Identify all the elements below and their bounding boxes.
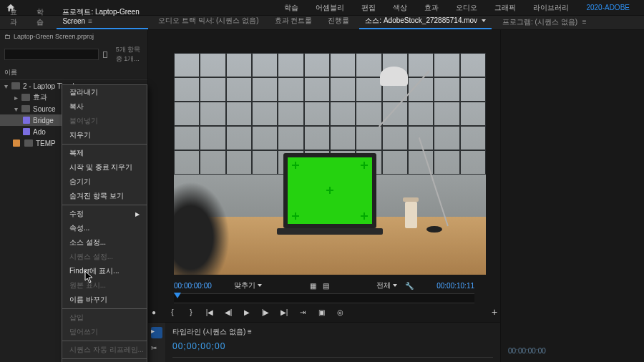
razor-tool-icon[interactable]: ✂ bbox=[151, 344, 162, 356]
mouse-cursor-icon bbox=[84, 270, 94, 283]
ctx-auto-reframe[interactable]: 시퀀스 자동 리프레임... bbox=[62, 343, 147, 357]
project-search-input[interactable] bbox=[4, 49, 99, 60]
ctx-insert[interactable]: 삽입 bbox=[62, 310, 147, 325]
ctx-clear[interactable]: 지우기 bbox=[62, 128, 147, 142]
panel-tab-audiomixer[interactable]: 오디오 트랙 믹서: (시퀀스 없음) bbox=[152, 14, 265, 29]
project-breadcrumb[interactable]: 🗀 Laptop-Green Screen.prproj bbox=[0, 30, 147, 43]
ctx-copy[interactable]: 복사 bbox=[62, 99, 147, 114]
ctx-properties[interactable]: 속성... bbox=[62, 221, 147, 235]
workspace-tab[interactable]: 색상 bbox=[384, 3, 416, 13]
add-marker-icon[interactable]: ● bbox=[148, 306, 160, 318]
program-timecode[interactable]: 00:00:00:00 bbox=[508, 347, 637, 355]
settings-icon[interactable]: ▤ bbox=[321, 280, 331, 290]
transport-controls: ● { } |◀ ◀| ▶ |▶ ▶| ⇥ ▣ ◎ + bbox=[148, 303, 500, 322]
source-duration-timecode[interactable]: 00:00:10:11 bbox=[421, 282, 474, 290]
workspace-tab[interactable]: 어셈블리 bbox=[307, 3, 353, 13]
ctx-rename[interactable]: 이름 바꾸기 bbox=[62, 293, 147, 307]
mark-out-icon[interactable]: } bbox=[185, 306, 197, 318]
label-chip-icon bbox=[13, 140, 20, 147]
step-back-icon[interactable]: ◀| bbox=[223, 306, 234, 318]
panel-tab-effects[interactable]: 효과 bbox=[4, 5, 26, 29]
context-menu: 잘라내기 복사 붙여넣기 지우기 복제 시작 및 종료 지우기 숨기기 숨겨진 … bbox=[62, 84, 147, 362]
source-in-timecode[interactable]: 00:00:00:00 bbox=[174, 282, 227, 290]
timeline-toolbar: ▸ ✂ bbox=[148, 323, 165, 362]
ctx-show-hidden[interactable]: 숨겨진 항목 보기 bbox=[62, 189, 147, 203]
timeline-panel[interactable]: 타임라인 (시퀀스 없음) ≡ 00;00;00;00 bbox=[165, 323, 500, 362]
wrench-icon[interactable]: 🔧 bbox=[404, 280, 414, 290]
ctx-duplicate[interactable]: 복제 bbox=[62, 146, 147, 160]
safe-margins-icon[interactable]: ▦ bbox=[308, 280, 318, 290]
panel-tab-learn[interactable]: 학습 bbox=[31, 5, 53, 29]
source-scrubber[interactable] bbox=[174, 293, 474, 303]
panel-tab-program[interactable]: 프로그램: (시퀀스 없음) ≡ bbox=[497, 15, 592, 29]
green-screen bbox=[288, 157, 373, 224]
timeline-title: 타임라인 (시퀀스 없음) bbox=[172, 328, 245, 336]
project-item-count: 5개 항목 중 1개... bbox=[116, 45, 143, 64]
ctx-reveal-original[interactable]: 원본 표시... bbox=[62, 278, 147, 293]
ctx-modify[interactable]: 수정▶ bbox=[62, 207, 147, 221]
ctx-cut[interactable]: 잘라내기 bbox=[62, 85, 147, 99]
workspace-tab[interactable]: 학습 bbox=[275, 3, 307, 13]
label-chip-icon bbox=[23, 128, 30, 135]
overwrite-icon[interactable]: ▣ bbox=[316, 306, 327, 318]
playhead-icon[interactable] bbox=[174, 293, 181, 298]
insert-icon[interactable]: ⇥ bbox=[297, 306, 308, 318]
workspace-accent[interactable]: 2020-ADOBE bbox=[577, 4, 638, 11]
button-editor-icon[interactable]: + bbox=[489, 306, 500, 318]
program-panel: 00:00:00:00 bbox=[501, 30, 644, 362]
mark-in-icon[interactable]: { bbox=[167, 306, 178, 318]
ctx-source-settings[interactable]: 소스 설정... bbox=[62, 235, 147, 250]
panel-tab-source[interactable]: 소스: AdobeStock_272885714.mov bbox=[359, 14, 492, 29]
go-to-out-icon[interactable]: ▶| bbox=[278, 306, 290, 318]
workspace-tab[interactable]: 편집 bbox=[353, 3, 384, 13]
panel-tab-project[interactable]: 프로젝트: Laptop-Green Screen≡ bbox=[57, 5, 148, 29]
ctx-reveal-finder[interactable]: Finder에 표시... bbox=[62, 264, 147, 278]
workspace-tab[interactable]: 라이브러리 bbox=[525, 3, 577, 13]
workspace-tab[interactable]: 그래픽 bbox=[486, 3, 525, 13]
ctx-paste[interactable]: 붙여넣기 bbox=[62, 114, 147, 128]
export-frame-icon[interactable]: ◎ bbox=[334, 306, 346, 318]
source-fit-dropdown[interactable]: 맞추기 bbox=[234, 280, 262, 290]
project-column-header[interactable]: 이름 bbox=[0, 66, 147, 80]
workspace-tab[interactable]: 효과 bbox=[416, 3, 447, 13]
source-scope-dropdown[interactable]: 전체 bbox=[376, 280, 397, 290]
ctx-clear-inout[interactable]: 시작 및 종료 지우기 bbox=[62, 160, 147, 175]
panel-tab-effectcontrols[interactable]: 효과 컨트롤 bbox=[269, 14, 318, 29]
project-filter-toggle[interactable] bbox=[103, 52, 107, 58]
ctx-sequence-settings[interactable]: 시퀀스 설정... bbox=[62, 250, 147, 264]
selection-tool-icon[interactable]: ▸ bbox=[151, 327, 162, 338]
step-forward-icon[interactable]: |▶ bbox=[260, 306, 271, 318]
panel-tab-progress[interactable]: 진행률 bbox=[322, 14, 355, 29]
play-icon[interactable]: ▶ bbox=[241, 306, 253, 318]
panel-tab-row: 효과 학습 프로젝트: Laptop-Green Screen≡ 오디오 트랙 … bbox=[0, 16, 644, 30]
go-to-in-icon[interactable]: |◀ bbox=[204, 306, 215, 318]
timeline-timecode[interactable]: 00;00;00;00 bbox=[172, 341, 493, 351]
source-monitor[interactable] bbox=[174, 53, 486, 275]
workspace-tab[interactable]: 오디오 bbox=[447, 3, 486, 13]
label-chip-icon bbox=[23, 117, 30, 124]
ctx-overwrite[interactable]: 덮어쓰기 bbox=[62, 325, 147, 339]
ctx-hide[interactable]: 숨기기 bbox=[62, 175, 147, 189]
